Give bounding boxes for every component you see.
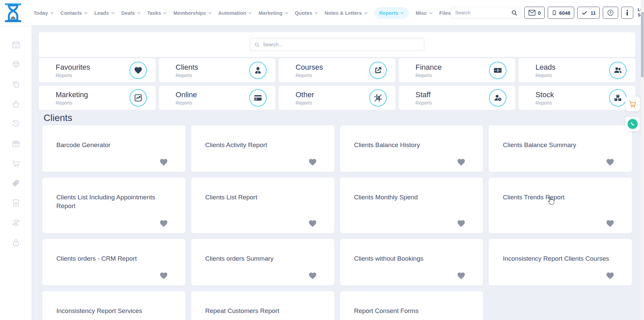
- chevron-down-icon: [285, 12, 288, 14]
- report-title: Clients Balance History: [354, 141, 470, 149]
- cube-icon[interactable]: [11, 60, 20, 69]
- basket-in-icon[interactable]: [11, 100, 20, 109]
- nav-item-tasks[interactable]: Tasks: [147, 10, 167, 16]
- floating-cart-button[interactable]: [625, 97, 640, 111]
- report-card-report-consent-forms[interactable]: Report Consent Forms: [340, 291, 483, 320]
- navbar-badge-question[interactable]: ?: [603, 7, 618, 19]
- report-card-clients-orders-crm-report[interactable]: Clients orders - CRM Report: [42, 239, 185, 285]
- copy-icon[interactable]: [11, 80, 20, 89]
- nav-item-quotes[interactable]: Quotes: [295, 10, 318, 16]
- category-tile-staff[interactable]: StaffReports: [399, 86, 516, 110]
- chevron-down-icon: [50, 12, 54, 14]
- lock-icon[interactable]: [11, 238, 20, 247]
- nav-item-notes-letters[interactable]: Notes & Letters: [325, 10, 368, 16]
- favourite-heart-icon[interactable]: [159, 271, 168, 280]
- report-card-clients-balance-summary[interactable]: Clients Balance Summary: [489, 125, 632, 172]
- floating-whatsapp-button[interactable]: [625, 117, 640, 131]
- reports-search-panel: [39, 32, 635, 57]
- category-tile-other[interactable]: OtherReports: [279, 86, 395, 110]
- hourglass-logo[interactable]: [3, 2, 23, 23]
- report-card-clients-without-bookings[interactable]: Clients without Bookings: [340, 239, 483, 285]
- chevron-down-icon: [163, 12, 167, 14]
- chevron-down-icon: [208, 12, 212, 14]
- nav-item-label: Quotes: [295, 10, 312, 16]
- category-tile-finance[interactable]: FinanceReports0: [399, 58, 516, 82]
- nav-item-contacts[interactable]: Contacts: [60, 10, 88, 16]
- report-card-clients-balance-history[interactable]: Clients Balance History: [340, 125, 483, 172]
- history-icon[interactable]: [11, 119, 20, 128]
- nav-item-label: Today: [34, 10, 48, 16]
- badge-count: 0: [538, 10, 541, 16]
- favourite-heart-icon[interactable]: [308, 271, 317, 280]
- favourite-heart-icon[interactable]: [606, 158, 614, 167]
- favourite-heart-icon[interactable]: [308, 158, 317, 167]
- calendar-12-icon[interactable]: 12: [11, 40, 20, 49]
- nav-item-files[interactable]: Files: [439, 10, 451, 16]
- reports-search: [250, 38, 424, 51]
- category-tile-online[interactable]: OnlineReports: [159, 86, 276, 110]
- report-card-clients-list-including-appointments-report[interactable]: Clients List Including Appointments Repo…: [42, 178, 185, 233]
- category-tile-marketing[interactable]: MarketingReports: [39, 86, 156, 110]
- report-title: Clients Monthly Spend: [354, 193, 470, 202]
- nav-item-reports[interactable]: Reports: [374, 7, 409, 19]
- nav-item-memberships[interactable]: Memberships: [173, 10, 212, 16]
- nav-item-leads[interactable]: Leads: [94, 10, 114, 16]
- gift-icon[interactable]: [11, 139, 20, 148]
- chevron-down-icon: [137, 12, 141, 14]
- tags-icon[interactable]: [11, 179, 20, 188]
- category-tile-favourites[interactable]: FavouritesReports: [39, 58, 156, 82]
- favourite-heart-icon[interactable]: [606, 271, 614, 280]
- report-grid: Barcode GeneratorClients Activity Report…: [42, 125, 632, 320]
- boxes-icon: [609, 89, 627, 107]
- report-card-inconsistency-report-clients-courses[interactable]: Inconsistency Report Clients Courses: [489, 239, 632, 285]
- navbar-badge-envelope[interactable]: 0: [524, 7, 545, 19]
- chevron-down-icon: [315, 12, 318, 14]
- report-title: Report Consent Forms: [354, 307, 470, 315]
- scrollbar-thumb[interactable]: [641, 12, 644, 77]
- report-card-clients-trends-report[interactable]: Clients Trends Report: [489, 178, 632, 233]
- navbar-badge-mobile[interactable]: 6048: [548, 7, 574, 19]
- reports-search-input[interactable]: [263, 42, 420, 47]
- nav-item-today[interactable]: Today: [34, 10, 54, 16]
- category-tile-leads[interactable]: LeadsReports: [519, 58, 635, 82]
- top-navbar: TodayContactsLeadsDealsTasksMembershipsA…: [0, 0, 644, 25]
- report-card-clients-list-report[interactable]: Clients List Report: [191, 178, 334, 233]
- search-icon[interactable]: [511, 9, 518, 16]
- nav-item-misc[interactable]: Misc: [416, 10, 432, 16]
- report-card-clients-monthly-spend[interactable]: Clients Monthly Spend: [340, 178, 483, 233]
- navbar-search-input[interactable]: [455, 10, 511, 15]
- chart-line-icon: [129, 89, 147, 107]
- favourite-heart-icon[interactable]: [308, 219, 317, 228]
- favourite-heart-icon[interactable]: [457, 219, 466, 228]
- user-cycle-icon[interactable]: [11, 218, 20, 227]
- report-card-barcode-generator[interactable]: Barcode Generator: [42, 125, 185, 172]
- navbar-right: 0604811? LONDON SUPPORT: [451, 6, 644, 19]
- favourite-heart-icon[interactable]: [606, 219, 614, 228]
- main-content: FavouritesReportsClientsReportsCoursesRe…: [32, 25, 641, 320]
- main-menu: TodayContactsLeadsDealsTasksMembershipsA…: [34, 7, 451, 19]
- phone-icon: [628, 119, 638, 129]
- nav-item-marketing[interactable]: Marketing: [259, 10, 288, 16]
- nav-item-automation[interactable]: Automation: [218, 10, 252, 16]
- report-card-inconsistency-report-services[interactable]: Inconsistency Report Services: [42, 291, 185, 320]
- favourite-heart-icon[interactable]: [159, 219, 168, 228]
- nav-item-deals[interactable]: Deals: [121, 10, 141, 16]
- report-doc-icon[interactable]: [11, 198, 20, 207]
- favourite-heart-icon[interactable]: [159, 158, 168, 167]
- svg-text:0: 0: [497, 69, 499, 72]
- report-card-repeat-customers-report[interactable]: Repeat Customers Report: [191, 291, 334, 320]
- report-card-clients-activity-report[interactable]: Clients Activity Report: [191, 125, 334, 172]
- section-title: Clients: [44, 113, 635, 123]
- nav-item-label: Contacts: [60, 10, 82, 16]
- category-tile-stock[interactable]: StockReports: [519, 86, 635, 110]
- cart-icon[interactable]: [11, 159, 20, 168]
- favourite-heart-icon[interactable]: [457, 271, 466, 280]
- category-tile-clients[interactable]: ClientsReports: [159, 58, 276, 82]
- navbar-badge-info[interactable]: [621, 7, 633, 19]
- nav-item-label: Reports: [379, 10, 398, 16]
- category-tile-courses[interactable]: CoursesReports: [279, 58, 395, 82]
- favourite-heart-icon[interactable]: [457, 158, 466, 167]
- user-clock-icon: [489, 89, 506, 107]
- navbar-badge-check[interactable]: 11: [577, 7, 600, 19]
- report-card-clients-orders-summary[interactable]: Clients orders Summary: [191, 239, 334, 285]
